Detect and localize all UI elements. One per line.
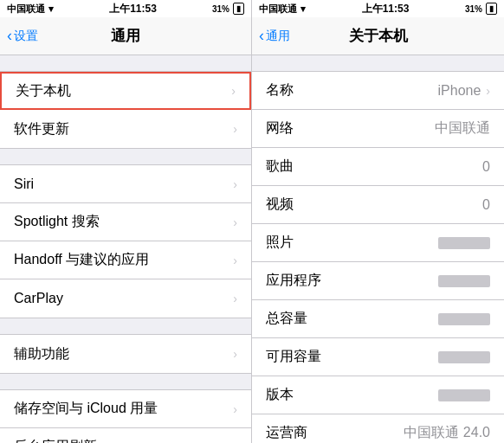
left-battery-icon: ▮	[233, 3, 244, 15]
spotlight-chevron-icon: ›	[233, 215, 237, 229]
name-value: iPhone	[438, 83, 481, 99]
row-available: 可用容量	[252, 338, 504, 376]
siri-label: Siri	[14, 177, 34, 192]
songs-value: 0	[482, 159, 490, 175]
left-back-arrow-icon: ‹	[7, 27, 12, 45]
row-videos: 视频 0	[252, 186, 504, 224]
left-time: 上午11:53	[109, 2, 157, 16]
right-nav-back[interactable]: ‹ 通用	[259, 28, 290, 45]
total-capacity-label: 总容量	[266, 310, 307, 328]
siri-chevron-icon: ›	[233, 177, 237, 191]
right-content: 名称 iPhone › 网络 中国联通 歌曲 0 视频 0	[252, 55, 504, 443]
spotlight-label: Spotlight 搜索	[14, 213, 100, 231]
row-name[interactable]: 名称 iPhone ›	[252, 72, 504, 110]
videos-value: 0	[482, 197, 490, 213]
name-chevron-icon: ›	[486, 84, 490, 98]
accessibility-chevron-icon: ›	[233, 347, 237, 361]
version-value	[438, 389, 490, 401]
carrier-detail-value: 中国联通 24.0	[404, 424, 490, 442]
list-item-storage[interactable]: 储存空间与 iCloud 用量 ›	[0, 390, 251, 428]
left-content: 关于本机 › 软件更新 › Siri › Spotlight 搜索 ›	[0, 55, 251, 443]
left-panel: 中国联通 ▾ 上午11:53 31% ▮ ‹ 设置 通用 关于本机 › 软	[0, 0, 252, 443]
photos-label: 照片	[266, 234, 294, 252]
left-nav-title: 通用	[111, 26, 140, 46]
list-item-bg-refresh[interactable]: 后台应用刷新 ›	[0, 428, 251, 443]
left-nav-bar: ‹ 设置 通用	[0, 17, 251, 55]
row-photos: 照片	[252, 224, 504, 262]
row-total-capacity: 总容量	[252, 300, 504, 338]
list-item-siri[interactable]: Siri ›	[0, 165, 251, 203]
about-chevron-icon: ›	[231, 84, 236, 98]
right-status-bar: 中国联通 ▾ 上午11:53 31% ▮	[252, 0, 504, 17]
name-value-wrap: iPhone ›	[438, 83, 491, 99]
available-value	[438, 351, 490, 363]
carplay-chevron-icon: ›	[233, 292, 237, 305]
left-back-label: 设置	[14, 29, 38, 44]
software-update-chevron-icon: ›	[233, 122, 237, 136]
left-nav-back[interactable]: ‹ 设置	[7, 28, 38, 45]
right-panel: 中国联通 ▾ 上午11:53 31% ▮ ‹ 通用 关于本机 名称 iPhone…	[252, 0, 504, 443]
apps-label: 应用程序	[266, 272, 321, 290]
software-update-label: 软件更新	[14, 120, 69, 138]
left-status-right: 31% ▮	[212, 3, 244, 15]
right-wifi-icon: ▾	[300, 3, 306, 15]
right-time: 上午11:53	[362, 2, 410, 16]
left-status-bar: 中国联通 ▾ 上午11:53 31% ▮	[0, 0, 251, 17]
left-section-4: 储存空间与 iCloud 用量 › 后台应用刷新 › 自动锁定 2 分钟 ›	[0, 389, 251, 443]
videos-label: 视频	[266, 196, 294, 214]
available-label: 可用容量	[266, 348, 321, 366]
row-apps: 应用程序	[252, 262, 504, 300]
about-label: 关于本机	[16, 82, 71, 100]
bg-refresh-chevron-icon: ›	[233, 440, 237, 444]
right-status-left: 中国联通 ▾	[259, 3, 306, 16]
accessibility-label: 辅助功能	[14, 345, 69, 363]
right-battery-icon: ▮	[486, 3, 497, 15]
left-wifi-icon: ▾	[48, 3, 54, 15]
left-section-3: 辅助功能 ›	[0, 334, 251, 374]
right-carrier: 中国联通	[259, 3, 297, 16]
right-nav-title: 关于本机	[349, 26, 408, 46]
bg-refresh-label: 后台应用刷新	[14, 438, 97, 443]
version-label: 版本	[266, 386, 294, 404]
right-back-arrow-icon: ‹	[259, 27, 264, 45]
network-value: 中国联通	[435, 119, 490, 138]
left-section-2: Siri › Spotlight 搜索 › Handoff 与建议的应用 › C…	[0, 164, 251, 318]
network-label: 网络	[266, 119, 294, 138]
handoff-label: Handoff 与建议的应用	[14, 251, 149, 269]
storage-chevron-icon: ›	[233, 402, 237, 416]
left-battery-pct: 31%	[212, 4, 229, 14]
list-item-spotlight[interactable]: Spotlight 搜索 ›	[0, 203, 251, 241]
left-carrier: 中国联通	[7, 3, 45, 16]
software-update-right: ›	[233, 122, 237, 136]
carplay-label: CarPlay	[14, 291, 63, 306]
right-nav-bar: ‹ 通用 关于本机	[252, 17, 504, 55]
carrier-detail-label: 运营商	[266, 424, 307, 442]
storage-label: 储存空间与 iCloud 用量	[14, 400, 158, 418]
list-item-accessibility[interactable]: 辅助功能 ›	[0, 335, 251, 373]
songs-label: 歌曲	[266, 157, 294, 176]
right-battery-pct: 31%	[465, 4, 482, 14]
list-item-handoff[interactable]: Handoff 与建议的应用 ›	[0, 241, 251, 279]
list-item-software-update[interactable]: 软件更新 ›	[0, 110, 251, 148]
left-section-1: 关于本机 › 软件更新 ›	[0, 71, 251, 149]
right-status-right: 31% ▮	[465, 3, 497, 15]
list-item-carplay[interactable]: CarPlay ›	[0, 279, 251, 318]
photos-value	[438, 237, 490, 249]
row-network: 网络 中国联通	[252, 110, 504, 148]
row-version: 版本	[252, 376, 504, 414]
total-capacity-value	[438, 313, 490, 325]
right-detail-section: 名称 iPhone › 网络 中国联通 歌曲 0 视频 0	[252, 71, 504, 443]
row-carrier: 运营商 中国联通 24.0	[252, 414, 504, 443]
row-songs: 歌曲 0	[252, 148, 504, 186]
name-label: 名称	[266, 81, 294, 100]
about-right: ›	[231, 84, 236, 98]
left-status-left: 中国联通 ▾	[7, 3, 54, 16]
right-back-label: 通用	[266, 29, 290, 44]
apps-value	[438, 275, 490, 287]
list-item-about[interactable]: 关于本机 ›	[0, 72, 251, 110]
handoff-chevron-icon: ›	[233, 254, 237, 267]
